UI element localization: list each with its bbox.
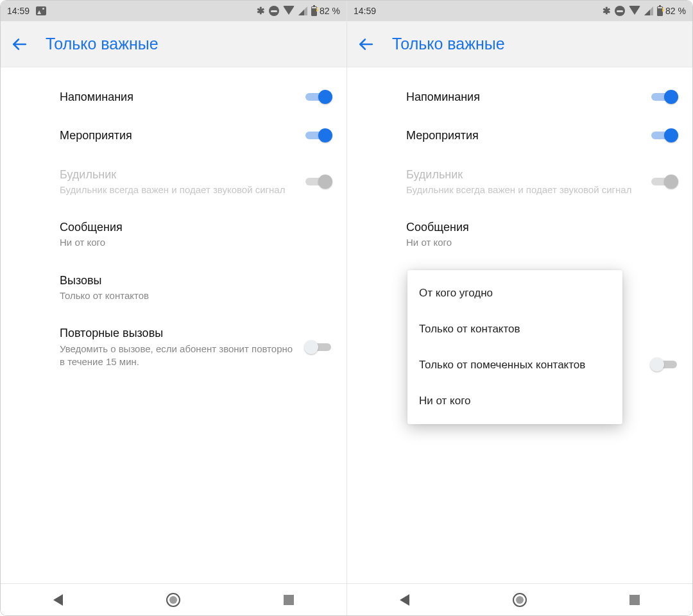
phone-left: 14:59 ✱ ⚡ 82 % Только важные На — [1, 1, 346, 615]
row-messages[interactable]: Сообщения Ни от кого — [364, 208, 677, 261]
row-events[interactable]: Мероприятия — [17, 116, 331, 155]
app-bar: Только важные — [347, 21, 692, 67]
reminders-switch[interactable] — [651, 90, 677, 104]
calls-filter-popup: От кого угодно Только от контактов Тольк… — [407, 270, 622, 424]
row-messages[interactable]: Сообщения Ни от кого — [17, 208, 331, 261]
row-events[interactable]: Мероприятия — [364, 116, 677, 155]
row-reminders[interactable]: Напоминания — [364, 78, 677, 116]
bluetooth-icon: ✱ — [257, 5, 265, 17]
messages-label: Сообщения — [406, 219, 667, 235]
do-not-disturb-icon — [615, 6, 625, 16]
nav-back-icon[interactable] — [44, 586, 73, 614]
popup-option-starred[interactable]: Только от помеченных контактов — [407, 347, 622, 383]
row-reminders[interactable]: Напоминания — [17, 78, 331, 116]
popup-option-none[interactable]: Ни от кого — [407, 383, 622, 419]
alarm-sub: Будильник всегда важен и подает звуковой… — [60, 184, 295, 196]
events-switch[interactable] — [651, 128, 677, 142]
alarm-sub: Будильник всегда важен и подает звуковой… — [406, 184, 641, 196]
settings-list: Напоминания Мероприятия Будильник Будиль… — [347, 67, 692, 583]
row-alarm: Будильник Будильник всегда важен и подае… — [364, 155, 677, 209]
cell-signal-icon — [644, 6, 653, 15]
nav-recent-icon[interactable] — [275, 586, 303, 614]
nav-recent-icon[interactable] — [620, 586, 649, 614]
popup-option-contacts[interactable]: Только от контактов — [407, 311, 622, 347]
nav-bar — [1, 583, 346, 615]
page-title: Только важные — [46, 35, 158, 53]
repeat-label: Повторные вызовы — [60, 325, 295, 341]
back-arrow-icon[interactable] — [11, 36, 28, 53]
bluetooth-icon: ✱ — [603, 5, 611, 17]
alarm-switch — [651, 175, 677, 189]
reminders-switch[interactable] — [305, 90, 331, 104]
battery-percent: 82 % — [665, 6, 686, 16]
page-title: Только важные — [392, 35, 505, 53]
battery-indicator: ⚡ 82 % — [311, 6, 340, 16]
events-label: Мероприятия — [406, 128, 641, 143]
wifi-icon — [283, 6, 295, 15]
nav-back-icon[interactable] — [391, 586, 419, 614]
row-calls[interactable]: Вызовы Только от контактов — [17, 261, 331, 314]
nav-home-icon[interactable] — [506, 586, 534, 614]
status-bar: 14:59 ✱ ⚡ 82 % — [347, 1, 692, 21]
messages-label: Сообщения — [60, 219, 321, 235]
battery-indicator: ⚡ 82 % — [657, 6, 686, 16]
alarm-label: Будильник — [406, 167, 641, 182]
status-time: 14:59 — [7, 6, 30, 16]
reminders-label: Напоминания — [406, 89, 641, 105]
phone-right: 14:59 ✱ ⚡ 82 % Только важные Напоминания — [346, 1, 692, 615]
messages-sub: Ни от кого — [406, 236, 667, 249]
cell-signal-icon — [298, 6, 307, 15]
events-label: Мероприятия — [60, 128, 295, 143]
events-switch[interactable] — [305, 128, 331, 142]
battery-percent: 82 % — [320, 6, 340, 16]
repeat-switch[interactable] — [651, 357, 677, 372]
alarm-switch — [305, 175, 331, 189]
alarm-label: Будильник — [60, 167, 295, 182]
messages-sub: Ни от кого — [60, 236, 321, 249]
calls-label: Вызовы — [60, 273, 321, 288]
row-repeat-calls[interactable]: Повторные вызовы Уведомить о вызове, есл… — [17, 314, 331, 380]
gallery-icon — [36, 6, 46, 15]
status-time: 14:59 — [354, 6, 376, 16]
app-bar: Только важные — [1, 21, 346, 67]
settings-list: Напоминания Мероприятия Будильник Будиль… — [1, 67, 346, 583]
status-bar: 14:59 ✱ ⚡ 82 % — [1, 1, 346, 21]
repeat-switch[interactable] — [305, 340, 331, 354]
repeat-sub: Уведомить о вызове, если абонент звонит … — [60, 343, 295, 369]
row-alarm: Будильник Будильник всегда важен и подае… — [17, 155, 331, 209]
nav-bar — [347, 583, 692, 615]
popup-option-anyone[interactable]: От кого угодно — [407, 275, 622, 311]
wifi-icon — [629, 6, 640, 15]
calls-sub: Только от контактов — [60, 289, 321, 302]
reminders-label: Напоминания — [60, 89, 295, 105]
nav-home-icon[interactable] — [159, 586, 187, 614]
do-not-disturb-icon — [269, 6, 279, 16]
back-arrow-icon[interactable] — [357, 36, 374, 53]
